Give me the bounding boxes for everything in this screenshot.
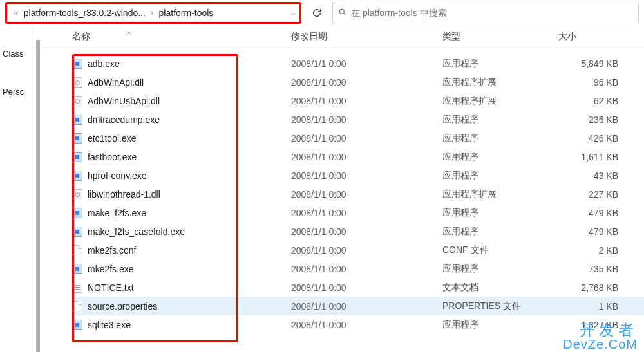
file-type-cell: 应用程序 (442, 207, 558, 219)
file-size-cell: 479 KB (558, 227, 644, 237)
exe-file-icon (72, 227, 82, 237)
address-bar[interactable]: « platform-tools_r33.0.2-windo... › plat… (5, 2, 301, 24)
file-date-cell: 2008/1/1 0:00 (291, 171, 442, 181)
file-size-cell: 236 KB (558, 115, 644, 125)
exe-file-icon (72, 133, 82, 144)
txt-file-icon (72, 283, 82, 293)
file-type-cell: 应用程序扩展 (442, 95, 558, 107)
file-row[interactable]: fastboot.exe2008/1/1 0:00应用程序1,611 KB (72, 147, 644, 166)
column-header-name-label: 名称 (72, 31, 90, 42)
nav-item[interactable]: Class (0, 44, 32, 64)
main-area: Class Persc 名称 ˄ 修改日期 类型 大小 adb.exe2008/… (0, 26, 644, 352)
file-type-cell: PROPERTIES 文件 (442, 301, 558, 312)
file-name-label: mke2fs.conf (88, 245, 136, 255)
refresh-icon (312, 8, 322, 18)
search-box[interactable] (332, 3, 639, 23)
file-date-cell: 2008/1/1 0:00 (291, 320, 442, 330)
file-type-cell: 应用程序 (442, 58, 558, 69)
nav-item[interactable]: Persc (0, 82, 32, 102)
file-row[interactable]: source.properties2008/1/1 0:00PROPERTIES… (72, 297, 644, 315)
overflow-chevron-icon[interactable]: « (11, 8, 21, 18)
svg-point-0 (339, 9, 344, 14)
file-size-cell: 96 KB (558, 77, 644, 88)
column-header-type[interactable]: 类型 (442, 31, 558, 42)
dll-file-icon (72, 96, 82, 106)
scrollbar-track[interactable] (36, 40, 40, 352)
file-name-cell: AdbWinUsbApi.dll (72, 96, 291, 106)
file-row[interactable]: libwinpthread-1.dll2008/1/1 0:00应用程序扩展22… (72, 185, 644, 203)
column-header-size[interactable]: 大小 (558, 31, 644, 42)
address-dropdown-icon[interactable]: ⌵ (291, 8, 296, 17)
file-size-cell: 479 KB (558, 208, 644, 218)
file-type-cell: 应用程序 (442, 226, 558, 237)
file-name-cell: make_f2fs.exe (72, 208, 291, 218)
file-size-cell: 2,768 KB (558, 283, 644, 293)
dll-file-icon (72, 189, 82, 199)
file-type-cell: 应用程序 (442, 263, 558, 275)
file-type-cell: 应用程序 (442, 170, 558, 181)
file-name-label: make_f2fs.exe (88, 208, 146, 218)
search-input[interactable] (351, 8, 633, 18)
chevron-right-icon[interactable]: › (148, 8, 156, 18)
column-headers: 名称 ˄ 修改日期 类型 大小 (32, 26, 644, 48)
file-row[interactable]: mke2fs.exe2008/1/1 0:00应用程序735 KB (72, 259, 644, 278)
file-name-cell: hprof-conv.exe (72, 171, 291, 181)
file-size-cell: 1 KB (558, 301, 644, 311)
file-row[interactable]: NOTICE.txt2008/1/1 0:00文本文档2,768 KB (72, 278, 644, 297)
file-date-cell: 2008/1/1 0:00 (291, 133, 442, 144)
file-row[interactable]: adb.exe2008/1/1 0:00应用程序5,849 KB (72, 54, 644, 73)
file-row[interactable]: etc1tool.exe2008/1/1 0:00应用程序426 KB (72, 129, 644, 147)
toolbar: « platform-tools_r33.0.2-windo... › plat… (0, 0, 644, 26)
file-name-cell: adb.exe (72, 59, 291, 69)
file-row[interactable]: make_f2fs_casefold.exe2008/1/1 0:00应用程序4… (72, 222, 644, 241)
file-name-cell: etc1tool.exe (72, 133, 291, 144)
file-name-label: hprof-conv.exe (88, 171, 147, 181)
file-type-cell: 文本文档 (442, 282, 558, 293)
column-header-name[interactable]: 名称 ˄ (72, 30, 291, 42)
file-name-label: sqlite3.exe (88, 320, 131, 330)
file-date-cell: 2008/1/1 0:00 (291, 152, 442, 162)
file-name-label: adb.exe (88, 59, 120, 69)
exe-file-icon (72, 208, 82, 218)
file-type-cell: 应用程序扩展 (442, 189, 558, 200)
file-type-cell: 应用程序 (442, 319, 558, 331)
file-row[interactable]: dmtracedump.exe2008/1/1 0:00应用程序236 KB (72, 110, 644, 129)
file-row[interactable]: mke2fs.conf2008/1/1 0:00CONF 文件2 KB (72, 241, 644, 259)
exe-file-icon (72, 171, 82, 181)
file-name-label: source.properties (88, 301, 157, 311)
exe-file-icon (72, 115, 82, 125)
file-date-cell: 2008/1/1 0:00 (291, 189, 442, 199)
dll-file-icon (72, 77, 82, 88)
file-list: adb.exe2008/1/1 0:00应用程序5,849 KBAdbWinAp… (32, 48, 644, 334)
search-icon (338, 8, 347, 19)
file-name-cell: sqlite3.exe (72, 320, 291, 330)
file-size-cell: 2 KB (558, 245, 644, 255)
file-date-cell: 2008/1/1 0:00 (291, 283, 442, 293)
file-row[interactable]: AdbWinApi.dll2008/1/1 0:00应用程序扩展96 KB (72, 73, 644, 91)
file-name-label: libwinpthread-1.dll (88, 189, 160, 199)
file-name-label: fastboot.exe (88, 152, 137, 162)
breadcrumb-segment-parent[interactable]: platform-tools_r33.0.2-windo... (21, 8, 148, 18)
file-name-label: NOTICE.txt (88, 283, 134, 293)
file-type-cell: 应用程序 (442, 133, 558, 144)
watermark-cn: 开发者 (563, 322, 638, 338)
file-type-cell: 应用程序 (442, 151, 558, 163)
file-row[interactable]: make_f2fs.exe2008/1/1 0:00应用程序479 KB (72, 203, 644, 222)
file-row[interactable]: AdbWinUsbApi.dll2008/1/1 0:00应用程序扩展62 KB (72, 91, 644, 110)
column-header-date[interactable]: 修改日期 (291, 31, 442, 42)
file-type-cell: 应用程序扩展 (442, 77, 558, 88)
file-date-cell: 2008/1/1 0:00 (291, 77, 442, 88)
file-row[interactable]: hprof-conv.exe2008/1/1 0:00应用程序43 KB (72, 166, 644, 185)
file-name-cell: source.properties (72, 301, 291, 311)
file-list-area: 名称 ˄ 修改日期 类型 大小 adb.exe2008/1/1 0:00应用程序… (32, 26, 644, 352)
file-size-cell: 5,849 KB (558, 59, 644, 69)
breadcrumb-segment-current[interactable]: platform-tools (156, 8, 216, 18)
file-date-cell: 2008/1/1 0:00 (291, 115, 442, 125)
file-date-cell: 2008/1/1 0:00 (291, 264, 442, 274)
navigation-pane[interactable]: Class Persc (0, 26, 32, 352)
file-name-label: etc1tool.exe (88, 133, 137, 144)
refresh-button[interactable] (307, 3, 327, 23)
file-row[interactable]: sqlite3.exe2008/1/1 0:00应用程序1,327 KB (72, 315, 644, 334)
file-name-label: AdbWinApi.dll (88, 77, 144, 88)
file-name-cell: libwinpthread-1.dll (72, 189, 291, 199)
